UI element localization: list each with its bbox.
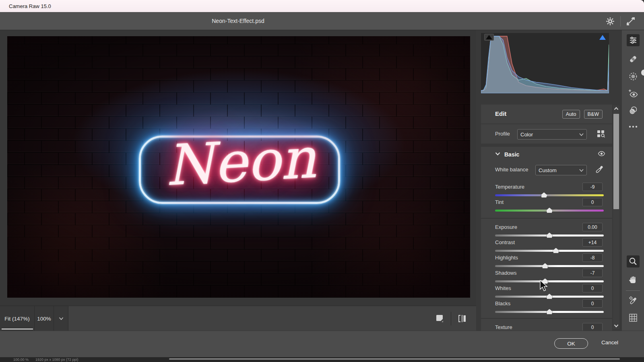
shadows-label: Shadows xyxy=(495,270,516,276)
edit-tool-button[interactable] xyxy=(627,34,640,46)
white-balance-value: Custom xyxy=(539,167,557,173)
temperature-slider-thumb[interactable] xyxy=(541,192,547,198)
shadows-value[interactable]: -7 xyxy=(582,269,603,277)
grid-overlay-tool-button[interactable] xyxy=(627,312,640,324)
shadow-clipping-indicator[interactable] xyxy=(484,34,494,41)
zoom-level-dropdown[interactable] xyxy=(54,306,68,331)
window-titlebar[interactable]: Camera Raw 15.0 xyxy=(0,0,644,12)
highlights-slider-row: Highlights -8 xyxy=(481,253,612,268)
profile-value: Color xyxy=(520,132,533,138)
shadows-slider-row: Shadows -7 xyxy=(481,268,612,284)
red-eye-tool-button[interactable] xyxy=(627,87,640,99)
temperature-slider[interactable] xyxy=(495,194,604,196)
zoom-tool-button[interactable] xyxy=(627,255,640,267)
photoshop-statusbar: 100.00 % 1920 px x 1080 px (72 ppi) xyxy=(0,357,644,362)
ellipsis-icon xyxy=(628,125,638,128)
blacks-slider[interactable] xyxy=(495,311,604,313)
chevron-down-icon xyxy=(579,133,584,136)
sliders-icon xyxy=(629,36,638,45)
zoom-100-tab[interactable]: 100% xyxy=(35,306,54,331)
bw-button[interactable]: B&W xyxy=(584,110,603,119)
zoom-bar-divider xyxy=(451,312,451,325)
exposure-slider-thumb[interactable] xyxy=(546,232,553,238)
document-title: Neon-Text-Effect.psd xyxy=(0,12,476,30)
tint-slider-thumb[interactable] xyxy=(546,208,553,213)
edit-sidebar: Edit Auto B&W Profile Color Basic xyxy=(476,30,644,331)
preview-mode-button[interactable] xyxy=(435,313,445,324)
header-actions xyxy=(605,12,636,30)
color-sampler-tool-button[interactable] xyxy=(627,295,640,307)
blacks-slider-thumb[interactable] xyxy=(546,309,553,315)
highlight-clip-triangle-icon xyxy=(599,35,606,40)
fit-zoom-label: Fit (147%) xyxy=(4,316,29,322)
white-balance-dropdown[interactable]: Custom xyxy=(535,165,587,175)
highlight-clipping-indicator[interactable] xyxy=(598,34,607,41)
shadows-slider[interactable] xyxy=(495,280,604,282)
basic-visibility-eye-icon[interactable] xyxy=(598,151,605,156)
shadows-slider-thumb[interactable] xyxy=(542,278,548,284)
profile-browser-icon[interactable] xyxy=(596,128,606,139)
grid-icon xyxy=(629,313,638,322)
panel-handle[interactable] xyxy=(641,70,644,76)
texture-slider-row: Texture 0 xyxy=(481,323,612,331)
whites-slider-row: Whites 0 xyxy=(481,284,612,299)
toggle-fullscreen-icon[interactable] xyxy=(625,16,636,27)
sampler-eyedropper-icon xyxy=(628,296,638,306)
contrast-slider[interactable] xyxy=(495,250,604,252)
exposure-label: Exposure xyxy=(495,224,517,230)
texture-value[interactable]: 0 xyxy=(582,323,603,331)
masking-dotted-circle-icon xyxy=(628,72,638,81)
whites-label: Whites xyxy=(495,285,511,291)
preview-image[interactable]: Neon xyxy=(7,36,470,298)
tool-divider xyxy=(626,290,640,291)
basic-collapse-chevron-icon[interactable] xyxy=(495,152,500,156)
tint-slider[interactable] xyxy=(495,210,604,212)
header-divider xyxy=(620,16,621,27)
healing-tool-button[interactable] xyxy=(627,53,640,65)
tint-value[interactable]: 0 xyxy=(582,198,603,206)
profile-label: Profile xyxy=(495,131,510,137)
ok-button[interactable]: OK xyxy=(554,338,588,349)
snapshots-icon xyxy=(628,106,638,115)
fit-zoom-tab[interactable]: Fit (147%) xyxy=(0,306,35,331)
profile-section: Profile Color xyxy=(481,124,612,144)
scroll-down-icon[interactable] xyxy=(613,323,619,329)
hand-icon xyxy=(628,275,638,284)
ps-horizontal-scrollbar[interactable] xyxy=(169,358,620,360)
dialog-footer: OK Cancel xyxy=(0,331,644,357)
more-tools-button[interactable] xyxy=(627,121,640,133)
exposure-value[interactable]: 0.00 xyxy=(582,223,603,231)
white-balance-eyedropper-icon[interactable] xyxy=(594,164,605,175)
contrast-value[interactable]: +14 xyxy=(582,238,603,247)
whites-slider[interactable] xyxy=(495,296,604,298)
histogram-panel[interactable] xyxy=(481,33,609,93)
whites-slider-thumb[interactable] xyxy=(546,294,553,299)
blacks-slider-row: Blacks 0 xyxy=(481,299,612,314)
slider-group-divider xyxy=(481,318,612,319)
temperature-label: Temperature xyxy=(495,184,524,190)
masking-tool-button[interactable] xyxy=(627,70,640,82)
blacks-value[interactable]: 0 xyxy=(582,299,603,308)
profile-dropdown[interactable]: Color xyxy=(517,129,587,140)
cancel-button[interactable]: Cancel xyxy=(601,339,618,346)
preview-square-icon xyxy=(435,314,445,323)
hand-tool-button[interactable] xyxy=(627,274,640,286)
document-header: Neon-Text-Effect.psd xyxy=(0,12,644,30)
auto-button[interactable]: Auto xyxy=(562,110,580,119)
contrast-slider-thumb[interactable] xyxy=(553,248,559,253)
exposure-slider[interactable] xyxy=(495,234,604,237)
image-canvas-area[interactable]: Neon xyxy=(0,30,476,306)
scroll-up-icon[interactable] xyxy=(613,105,619,112)
preferences-gear-icon[interactable] xyxy=(605,16,615,27)
temperature-value[interactable]: -9 xyxy=(582,183,603,191)
highlights-slider-thumb[interactable] xyxy=(542,263,548,269)
temperature-slider-row: Temperature -9 xyxy=(481,182,612,197)
highlights-slider[interactable] xyxy=(495,265,604,267)
snapshots-tool-button[interactable] xyxy=(627,105,640,117)
scrollbar-thumb[interactable] xyxy=(613,114,619,209)
highlights-value[interactable]: -8 xyxy=(582,253,603,262)
whites-value[interactable]: 0 xyxy=(582,284,603,292)
panel-scrollbar[interactable] xyxy=(613,105,619,329)
before-after-view-button[interactable] xyxy=(457,313,467,324)
histogram-chart xyxy=(481,33,609,93)
